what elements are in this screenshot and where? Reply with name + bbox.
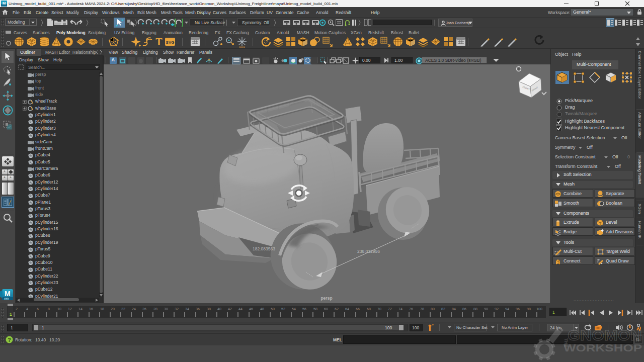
svg-text:SVG: SVG [166, 40, 175, 45]
svg-text:WORKSHOP: WORKSHOP [564, 342, 642, 353]
svg-text:persp: persp [320, 296, 332, 301]
svg-text:?: ? [8, 337, 11, 343]
svg-text:M: M [3, 1, 6, 6]
svg-text:238.032956: 238.032956 [357, 249, 380, 254]
svg-text:182.083563: 182.083563 [253, 246, 275, 251]
svg-text:0,0,0: 0,0,0 [239, 45, 245, 48]
svg-text:T: T [155, 36, 163, 47]
svg-text:GNOMON: GNOMON [568, 327, 642, 343]
